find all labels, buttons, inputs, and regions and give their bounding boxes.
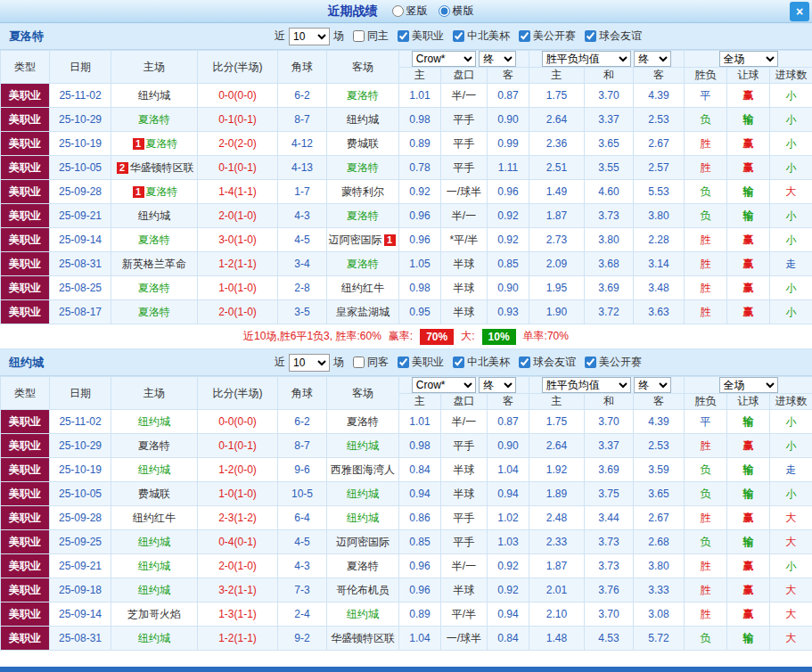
odds-away-cell: 0.92 <box>488 578 529 602</box>
away-team-cell: 纽约城 <box>327 602 399 627</box>
avg-time-select[interactable]: 终 <box>634 51 671 67</box>
avg-time-select[interactable]: 终 <box>634 377 671 393</box>
handicap-result-cell: 赢 <box>727 506 770 530</box>
handicap-cell: 半/一 <box>441 204 488 228</box>
odds-company-select[interactable]: Crow* <box>412 377 476 393</box>
league-checkbox-mls[interactable]: 美职业 <box>398 29 444 44</box>
odds-home-cell: 0.96 <box>399 554 441 578</box>
league-checkbox-friendly[interactable]: 球会友谊 <box>519 355 576 370</box>
handicap-result-cell: 输 <box>727 530 770 554</box>
avg-draw-cell: 3.70 <box>585 602 634 627</box>
corner-cell: 4-12 <box>278 132 327 156</box>
avg-type-select[interactable]: 胜平负均值 <box>542 51 631 67</box>
vertical-radio[interactable] <box>392 5 404 17</box>
away-team-cell: 纽约红牛 <box>327 276 399 300</box>
open-cup-checkbox[interactable] <box>519 30 530 42</box>
summary-record-text: 近10场,胜6平1负3, 胜率:60% <box>243 329 381 344</box>
result-cell: 负 <box>685 458 727 482</box>
home-team-cell: 1夏洛特 <box>111 180 198 204</box>
scope-select[interactable]: 全场 <box>719 377 778 393</box>
league-checkbox-concacaf[interactable]: 中北美杯 <box>453 29 510 44</box>
match-row: 美职业25-09-281夏洛特1-4(1-1)1-7蒙特利尔0.92一/球半0.… <box>1 180 812 204</box>
league-checkbox-friendly[interactable]: 球会友谊 <box>585 29 642 44</box>
league-checkbox-concacaf[interactable]: 中北美杯 <box>453 355 510 370</box>
odds-home-cell: 0.96 <box>399 204 441 228</box>
odds-home-cell: 0.92 <box>399 180 441 204</box>
goals-result-cell: 小 <box>770 482 812 506</box>
same-venue-checkbox[interactable] <box>353 30 365 42</box>
summary-win-rate-badge: 70% <box>420 329 454 345</box>
concacaf-checkbox[interactable] <box>453 356 464 368</box>
avg-home-cell: 1.95 <box>529 276 585 300</box>
avg-draw-cell: 4.60 <box>585 180 634 204</box>
league-type-cell: 美职业 <box>1 530 50 554</box>
score-cell: 2-0(1-0) <box>198 204 278 228</box>
league-type-cell: 美职业 <box>1 204 50 228</box>
odds-away-cell: 0.84 <box>488 627 529 651</box>
odds-time-select[interactable]: 终 <box>479 377 516 393</box>
league-checkbox-open-cup[interactable]: 美公开赛 <box>585 355 642 370</box>
score-cell: 1-3(1-1) <box>198 602 278 627</box>
horizontal-radio[interactable] <box>439 5 450 17</box>
handicap-result-cell: 赢 <box>727 84 770 108</box>
odds-home-cell: 0.85 <box>399 530 441 554</box>
close-button[interactable]: × <box>790 2 809 21</box>
league-type-cell: 美职业 <box>1 180 50 204</box>
league-checkbox-open-cup[interactable]: 美公开赛 <box>519 29 576 44</box>
goals-result-cell: 小 <box>770 228 812 252</box>
team-name: 纽约城 <box>347 488 379 500</box>
odds-away-cell: 0.85 <box>488 252 529 276</box>
handicap-cell: 平手 <box>441 530 488 554</box>
team-name: 迈阿密国际 <box>336 536 390 548</box>
scope-select[interactable]: 全场 <box>719 51 778 67</box>
goals-result-cell: 小 <box>770 84 812 108</box>
goals-result-cell: 大 <box>770 602 812 627</box>
games-label: 场 <box>333 29 344 44</box>
team-name: 夏洛特 <box>347 415 379 428</box>
match-row: 美职业25-08-31新英格兰革命1-2(1-1)3-4夏洛特1.05半球0.8… <box>1 252 812 276</box>
home-team-cell: 夏洛特 <box>111 300 198 324</box>
team-name: 纽约城 <box>138 89 170 102</box>
friendly-checkbox[interactable] <box>519 356 530 368</box>
handicap-cell: 半球 <box>441 252 488 276</box>
handicap-result-cell: 赢 <box>727 132 770 156</box>
same-venue-checkbox-label[interactable]: 同客 <box>353 355 389 370</box>
home-team-cell: 夏洛特 <box>111 434 198 458</box>
team-name: 纽约城 <box>138 463 170 476</box>
avg-away-cell: 5.72 <box>634 627 685 651</box>
team-name: 华盛顿特区联 <box>331 632 395 644</box>
avg-away-cell: 2.28 <box>634 228 685 252</box>
mls-checkbox[interactable] <box>398 356 409 368</box>
avg-away-cell: 2.67 <box>634 506 685 530</box>
sub-home-avg: 主 <box>529 394 585 410</box>
result-cell: 胜 <box>685 132 727 156</box>
odds-time-select[interactable]: 终 <box>479 51 516 67</box>
open-cup-checkbox[interactable] <box>585 356 596 368</box>
team-name: 纽约城 <box>347 113 379 126</box>
match-row: 美职业25-10-191夏洛特2-0(2-0)4-12费城联0.89平手0.99… <box>1 132 812 156</box>
match-date-cell: 25-10-29 <box>50 108 111 132</box>
recent-count-select[interactable]: 10 <box>289 28 330 45</box>
away-team-cell: 夏洛特 <box>327 410 399 434</box>
avg-type-select[interactable]: 胜平负均值 <box>542 377 631 393</box>
same-venue-checkbox-label[interactable]: 同主 <box>353 29 389 44</box>
recent-count-select[interactable]: 10 <box>289 354 330 372</box>
home-team-cell: 夏洛特 <box>111 228 198 252</box>
mls-checkbox[interactable] <box>398 30 409 42</box>
avg-home-cell: 1.75 <box>529 410 585 434</box>
corner-cell: 4-5 <box>278 228 327 252</box>
match-date-cell: 25-10-19 <box>50 458 111 482</box>
away-team-cell: 西雅图海湾人 <box>327 458 399 482</box>
league-checkbox-mls[interactable]: 美职业 <box>398 355 444 370</box>
league-type-cell: 美职业 <box>1 228 50 252</box>
concacaf-checkbox[interactable] <box>453 30 464 42</box>
team-name: 迈阿密国际 <box>329 234 382 246</box>
avg-home-cell: 1.48 <box>529 627 585 651</box>
layout-horizontal-option[interactable]: 横版 <box>439 4 474 19</box>
layout-vertical-option[interactable]: 竖版 <box>392 4 428 19</box>
nyc-results-table: 类型 日期 主场 比分(半场) 角球 客场 Crow* 终 胜平负均值 终 全场 <box>0 376 812 651</box>
odds-company-select[interactable]: Crow* <box>412 51 476 67</box>
same-venue-checkbox[interactable] <box>353 356 365 368</box>
avg-home-cell: 2.10 <box>529 602 585 627</box>
friendly-checkbox[interactable] <box>585 30 596 42</box>
